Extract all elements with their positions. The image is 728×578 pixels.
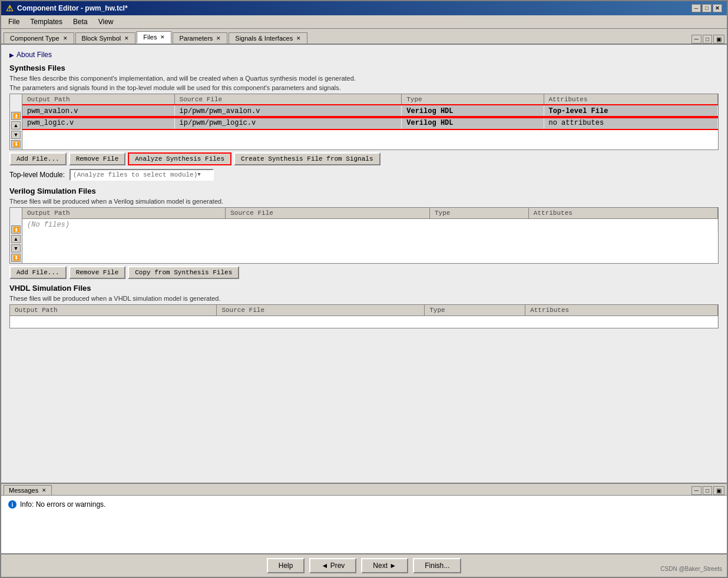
tab-parameters-close[interactable]: ✕ xyxy=(216,35,221,41)
tab-minimize-button[interactable]: ─ xyxy=(691,35,701,44)
vhdl-sim-col-type: Type xyxy=(425,305,525,316)
verilog-sim-copy-button[interactable]: Copy from Synthesis Files xyxy=(128,266,239,279)
tab-block-symbol[interactable]: Block Symbol ✕ xyxy=(75,32,136,44)
synthesis-add-file-button[interactable]: Add File... xyxy=(9,152,67,165)
vhdl-sim-desc: These files will be produced when a VHDL… xyxy=(9,295,719,302)
synthesis-move-bottom[interactable]: ⏬ xyxy=(11,140,21,148)
tab-block-symbol-close[interactable]: ✕ xyxy=(124,35,129,41)
verilog-sim-section: Verilog Simulation Files These files wil… xyxy=(9,187,719,279)
synthesis-move-down[interactable]: ▼ xyxy=(11,131,21,139)
watermark: CSDN @Baker_Streets xyxy=(660,566,722,572)
title-bar-left: ⚠ Component Editor - pwm_hw.tcl* xyxy=(6,4,128,13)
messages-tab-close[interactable]: ✕ xyxy=(42,487,47,493)
synthesis-move-top[interactable]: ⏫ xyxy=(11,112,21,120)
vhdl-sim-table: Output Path Source File Type Attributes xyxy=(10,305,718,328)
menu-beta[interactable]: Beta xyxy=(68,16,92,27)
synthesis-row2-source: ip/pwm/pwm_logic.v xyxy=(174,117,402,129)
tab-parameters[interactable]: Parameters ✕ xyxy=(173,32,227,44)
vhdl-sim-col-attr: Attributes xyxy=(525,305,718,316)
verilog-sim-col-source: Source File xyxy=(226,208,430,219)
messages-restore[interactable]: □ xyxy=(703,486,712,495)
verilog-sim-table: Output Path Source File Type Attributes … xyxy=(22,208,718,231)
maximize-button[interactable]: □ xyxy=(702,4,712,12)
main-window: ⚠ Component Editor - pwm_hw.tcl* ─ □ ✕ F… xyxy=(0,0,728,578)
verilog-sim-table-controls: ⏫ ▲ ▼ ⏬ xyxy=(10,208,22,263)
messages-tab-bar: Messages ✕ ─ □ ▣ xyxy=(1,484,727,496)
verilog-sim-move-top[interactable]: ⏫ xyxy=(11,225,21,234)
messages-minimize[interactable]: ─ xyxy=(691,486,701,495)
about-files-header[interactable]: ▶ About Files xyxy=(9,51,719,59)
footer: Help ◄ Prev Next ► Finish... xyxy=(1,553,727,577)
synthesis-col-attributes: Attributes xyxy=(544,94,717,105)
synthesis-analyze-button[interactable]: Analyze Synthesis Files xyxy=(128,152,231,165)
tab-restore-button[interactable]: □ xyxy=(703,35,712,44)
tab-signals-interfaces-close[interactable]: ✕ xyxy=(296,35,301,41)
tab-signals-interfaces[interactable]: Signals & Interfaces ✕ xyxy=(229,32,307,44)
synthesis-row2-type: Verilog HDL xyxy=(402,117,544,129)
verilog-sim-no-files: (No files) xyxy=(22,219,718,231)
menu-file[interactable]: File xyxy=(4,16,24,27)
tab-block-symbol-label: Block Symbol xyxy=(82,35,121,42)
title-bar: ⚠ Component Editor - pwm_hw.tcl* ─ □ ✕ xyxy=(1,1,727,15)
synthesis-create-button[interactable]: Create Synthesis File from Signals xyxy=(234,152,380,165)
menu-bar: File Templates Beta View xyxy=(1,15,727,29)
title-buttons: ─ □ ✕ xyxy=(691,4,722,12)
menu-templates[interactable]: Templates xyxy=(25,16,67,27)
vhdl-sim-table-container: Output Path Source File Type Attributes xyxy=(9,304,719,328)
menu-view[interactable]: View xyxy=(94,16,118,27)
vhdl-sim-empty-row xyxy=(10,316,718,328)
verilog-sim-add-file-button[interactable]: Add File... xyxy=(9,266,67,279)
synthesis-col-source-file: Source File xyxy=(174,94,402,105)
synthesis-col-type: Type xyxy=(402,94,544,105)
synthesis-title: Synthesis Files xyxy=(9,64,719,72)
toplevel-row: Top-level Module: (Analyze files to sele… xyxy=(9,169,719,181)
messages-tab-label: Messages xyxy=(9,487,38,494)
tab-files[interactable]: Files ✕ xyxy=(137,31,171,44)
dropdown-arrow-icon: ▼ xyxy=(197,172,200,178)
tab-files-close[interactable]: ✕ xyxy=(160,34,165,40)
vhdl-sim-section: VHDL Simulation Files These files will b… xyxy=(9,284,719,328)
verilog-sim-no-files-row: (No files) xyxy=(22,219,718,231)
verilog-sim-remove-file-button[interactable]: Remove File xyxy=(69,266,126,279)
help-button[interactable]: Help xyxy=(267,558,305,573)
verilog-sim-col-type: Type xyxy=(429,208,528,219)
synthesis-row1-attr: Top-level File xyxy=(544,105,717,118)
toplevel-label: Top-level Module: xyxy=(9,171,65,179)
tab-maximize-button[interactable]: ▣ xyxy=(713,35,724,44)
verilog-sim-button-row: Add File... Remove File Copy from Synthe… xyxy=(9,266,719,279)
finish-button[interactable]: Finish... xyxy=(413,558,461,573)
tab-component-type[interactable]: Component Type ✕ xyxy=(4,32,74,44)
info-message: i Info: No errors or warnings. xyxy=(8,500,720,509)
synthesis-move-up[interactable]: ▲ xyxy=(11,121,21,129)
close-button[interactable]: ✕ xyxy=(713,4,722,12)
verilog-sim-move-up[interactable]: ▲ xyxy=(11,235,21,243)
minimize-button[interactable]: ─ xyxy=(691,4,701,12)
prev-button[interactable]: ◄ Prev xyxy=(309,558,356,573)
messages-tab[interactable]: Messages ✕ xyxy=(4,485,52,495)
tab-files-label: Files xyxy=(143,34,157,41)
toplevel-dropdown[interactable]: (Analyze files to select module) ▼ xyxy=(70,169,214,181)
synthesis-row-2[interactable]: pwm_logic.v ip/pwm/pwm_logic.v Verilog H… xyxy=(22,117,718,129)
synthesis-col-output-path: Output Path xyxy=(22,94,174,105)
verilog-sim-move-down[interactable]: ▼ xyxy=(11,244,21,253)
synthesis-section: Synthesis Files These files describe thi… xyxy=(9,64,719,181)
synthesis-table: Output Path Source File Type Attributes … xyxy=(22,94,718,129)
synthesis-table-wrapper: Output Path Source File Type Attributes … xyxy=(22,94,718,150)
about-files-label: About Files xyxy=(16,51,52,59)
next-button[interactable]: Next ► xyxy=(361,558,408,573)
info-icon: i xyxy=(8,500,16,509)
main-content: ▶ About Files Synthesis Files These file… xyxy=(1,45,727,483)
verilog-sim-table-wrapper: Output Path Source File Type Attributes … xyxy=(22,208,718,263)
synthesis-row-1[interactable]: pwm_avalon.v ip/pwm/pwm_avalon.v Verilog… xyxy=(22,105,718,118)
tab-component-type-close[interactable]: ✕ xyxy=(63,35,68,41)
verilog-sim-col-output: Output Path xyxy=(22,208,226,219)
tab-bar-controls: ─ □ ▣ xyxy=(691,35,724,44)
synthesis-row2-attr: no attributes xyxy=(544,117,717,129)
synthesis-row2-output: pwm_logic.v xyxy=(22,117,174,129)
verilog-sim-title: Verilog Simulation Files xyxy=(9,187,719,195)
tab-parameters-label: Parameters xyxy=(179,35,213,42)
synthesis-table-controls: ⏫ ▲ ▼ ⏬ xyxy=(10,94,22,150)
messages-maximize[interactable]: ▣ xyxy=(713,486,724,495)
synthesis-remove-file-button[interactable]: Remove File xyxy=(69,152,126,165)
verilog-sim-move-bottom[interactable]: ⏬ xyxy=(11,254,21,262)
